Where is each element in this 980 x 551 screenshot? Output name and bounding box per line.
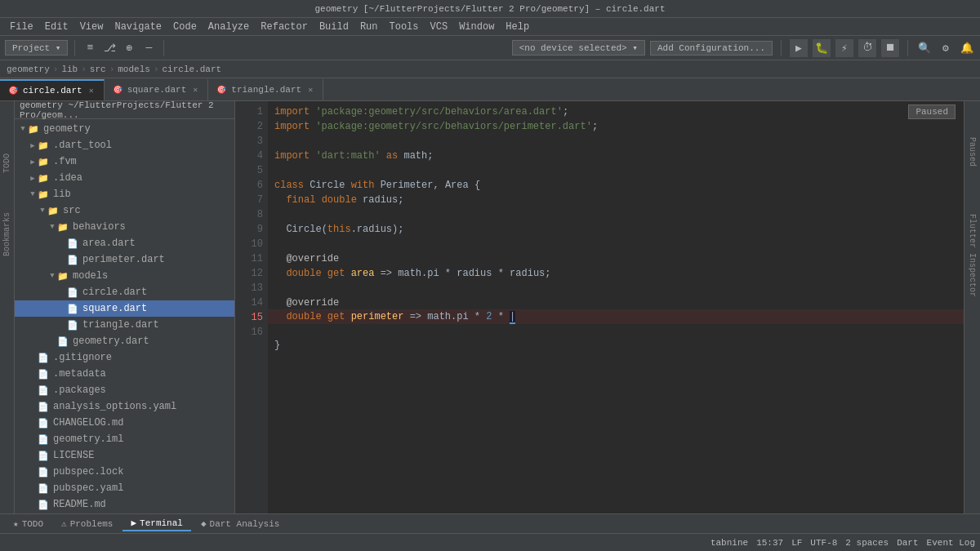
tree-item-dart-tool[interactable]: ▶ 📁 .dart_tool <box>15 137 234 153</box>
label-pubspec-lock: pubspec.lock <box>53 466 123 478</box>
breadcrumb-part-4[interactable]: circle.dart <box>162 64 221 74</box>
menu-item-tools[interactable]: Tools <box>385 20 424 34</box>
menu-item-code[interactable]: Code <box>168 20 202 34</box>
tree-item-lib[interactable]: ▼ 📁 lib <box>15 186 234 202</box>
tree-item-idea[interactable]: ▶ 📁 .idea <box>15 170 234 186</box>
tree-item-geometry[interactable]: ▼ 📁 geometry <box>15 121 234 137</box>
menu-item-help[interactable]: Help <box>501 20 534 34</box>
toolbar-btn-2[interactable]: ⎇ <box>101 40 118 56</box>
left-gutter: TODO Bookmarks <box>0 101 15 513</box>
profile-button[interactable]: ⏱ <box>858 39 876 57</box>
breadcrumb-part-3[interactable]: models <box>118 64 150 74</box>
tree-item-analysis[interactable]: 📄 analysis_options.yaml <box>15 398 234 415</box>
tree-item-readme[interactable]: 📄 README.md <box>15 496 234 513</box>
icon-analysis: 📄 <box>38 402 51 412</box>
icon-geom-iml: 📄 <box>38 434 51 445</box>
tree-item-metadata[interactable]: 📄 .metadata <box>15 366 234 382</box>
toolbar-btn-4[interactable]: — <box>140 40 157 56</box>
sidebar-header: geometry ~/FlutterProjects/Flutter 2 Pro… <box>15 101 234 119</box>
tree-item-changelog[interactable]: 📄 CHANGELOG.md <box>15 415 234 431</box>
icon-packages: 📄 <box>38 385 51 396</box>
tree-item-packages[interactable]: 📄 .packages <box>15 382 234 398</box>
editor-content[interactable]: 1 2 3 4 5 6 7 8 9 10 11 12 13 14 15 16 i… <box>235 101 964 513</box>
tab-circle-dart[interactable]: 🎯 circle.dart ✕ <box>0 79 105 100</box>
debug-button[interactable]: 🐛 <box>813 39 831 57</box>
status-event-log[interactable]: Event Log <box>927 538 975 548</box>
arrow-geom-iml <box>28 435 38 443</box>
icon-perimeter: 📄 <box>67 255 80 265</box>
tree-item-license[interactable]: 📄 LICENSE <box>15 447 234 464</box>
menu-item-vcs[interactable]: VCS <box>425 20 453 34</box>
paused-label: Paused <box>908 104 956 119</box>
label-analysis: analysis_options.yaml <box>53 401 176 412</box>
status-language[interactable]: Dart <box>897 538 918 548</box>
arrow-gitignore <box>28 353 38 362</box>
tree-item-area-dart[interactable]: 📄 area.dart <box>15 235 234 251</box>
left-gutter-tab-2[interactable]: Bookmarks <box>1 209 13 260</box>
status-time[interactable]: 15:37 <box>756 538 783 548</box>
bottom-tab-terminal[interactable]: ▶ Terminal <box>122 516 190 531</box>
tree-item-circle-dart[interactable]: 📄 circle.dart <box>15 284 234 300</box>
status-lf[interactable]: LF <box>791 538 802 548</box>
tab-close-square[interactable]: ✕ <box>191 84 199 96</box>
notifications-btn[interactable]: 🔔 <box>959 40 975 56</box>
tree-item-pubspec-lock[interactable]: 📄 pubspec.lock <box>15 464 234 480</box>
toolbar-btn-3[interactable]: ⊕ <box>121 40 137 56</box>
tree-item-geometry-dart[interactable]: 📄 geometry.dart <box>15 333 234 349</box>
left-gutter-tab-1[interactable]: TODO <box>1 150 13 176</box>
icon-metadata: 📄 <box>38 369 51 380</box>
title-bar: geometry [~/FlutterProjects/Flutter 2 Pr… <box>0 0 980 18</box>
run-button[interactable]: ▶ <box>790 39 808 57</box>
tree-item-triangle-dart[interactable]: 📄 triangle.dart <box>15 317 234 333</box>
device-selector[interactable]: <no device selected> ▾ <box>512 40 645 56</box>
tree-item-geometry-iml[interactable]: 📄 geometry.iml <box>15 431 234 447</box>
breadcrumb-part-2[interactable]: src <box>90 64 106 74</box>
search-everywhere-btn[interactable]: 🔍 <box>916 40 933 56</box>
code-editor[interactable]: import 'package:geometry/src/behaviors/a… <box>268 101 964 513</box>
menu-item-navigate[interactable]: Navigate <box>109 20 167 34</box>
terminal-icon: ▶ <box>131 518 136 528</box>
bottom-tab-dart-analysis[interactable]: ◆ Dart Analysis <box>193 517 287 531</box>
tree-item-pubspec-yaml[interactable]: 📄 pubspec.yaml <box>15 480 234 496</box>
status-encoding[interactable]: UTF-8 <box>810 538 837 548</box>
menu-item-view[interactable]: View <box>75 20 109 34</box>
tree-item-square-dart[interactable]: 📄 square.dart <box>15 300 234 317</box>
icon-area: 📄 <box>67 238 80 249</box>
menu-item-run[interactable]: Run <box>355 20 383 34</box>
settings-btn[interactable]: ⚙ <box>938 40 954 56</box>
menu-item-file[interactable]: File <box>5 20 38 34</box>
breadcrumb-part-1[interactable]: lib <box>61 64 78 74</box>
stop-button[interactable]: ⏹ <box>881 39 899 57</box>
tree-item-src[interactable]: ▼ 📁 src <box>15 202 234 219</box>
right-gutter-tab-paused[interactable]: Paused <box>966 134 978 170</box>
menu-item-edit[interactable]: Edit <box>40 20 74 34</box>
tree-item-gitignore[interactable]: 📄 .gitignore <box>15 349 234 366</box>
tree-item-behaviors[interactable]: ▼ 📁 behaviors <box>15 219 234 235</box>
menu-item-build[interactable]: Build <box>314 20 354 34</box>
tab-icon-circle: 🎯 <box>8 86 18 96</box>
project-selector[interactable]: Project ▾ <box>5 40 68 56</box>
tab-square-dart[interactable]: 🎯 square.dart ✕ <box>105 79 209 100</box>
icon-src: 📁 <box>47 206 60 216</box>
problems-icon: ⚠ <box>61 518 67 529</box>
tree-item-perimeter-dart[interactable]: 📄 perimeter.dart <box>15 251 234 268</box>
tab-close-circle[interactable]: ✕ <box>87 85 96 96</box>
menu-item-window[interactable]: Window <box>454 20 499 34</box>
right-gutter-tab-flutter-inspector[interactable]: Flutter Inspector <box>966 211 978 300</box>
toolbar-btn-1[interactable]: ≡ <box>82 40 98 56</box>
add-configuration-button[interactable]: Add Configuration... <box>650 41 773 56</box>
bottom-tab-todo[interactable]: ★ TODO <box>5 517 51 531</box>
coverage-button[interactable]: ⚡ <box>835 39 853 57</box>
project-tree: ▼ 📁 geometry ▶ 📁 .dart_tool ▶ 📁 .fvm ▶ 📁… <box>15 119 234 513</box>
menu-item-refactor[interactable]: Refactor <box>256 20 313 34</box>
tab-close-triangle[interactable]: ✕ <box>306 84 314 96</box>
tree-item-models[interactable]: ▼ 📁 models <box>15 268 234 284</box>
tab-triangle-dart[interactable]: 🎯 triangle.dart ✕ <box>208 79 323 100</box>
status-tabnine[interactable]: tabnine <box>710 538 748 548</box>
label-packages: .packages <box>53 384 106 396</box>
menu-item-analyze[interactable]: Analyze <box>203 20 254 34</box>
status-indent[interactable]: 2 spaces <box>845 538 889 548</box>
tree-item-fvm[interactable]: ▶ 📁 .fvm <box>15 153 234 170</box>
breadcrumb-part-0[interactable]: geometry <box>7 64 50 74</box>
bottom-tab-problems[interactable]: ⚠ Problems <box>53 517 121 531</box>
